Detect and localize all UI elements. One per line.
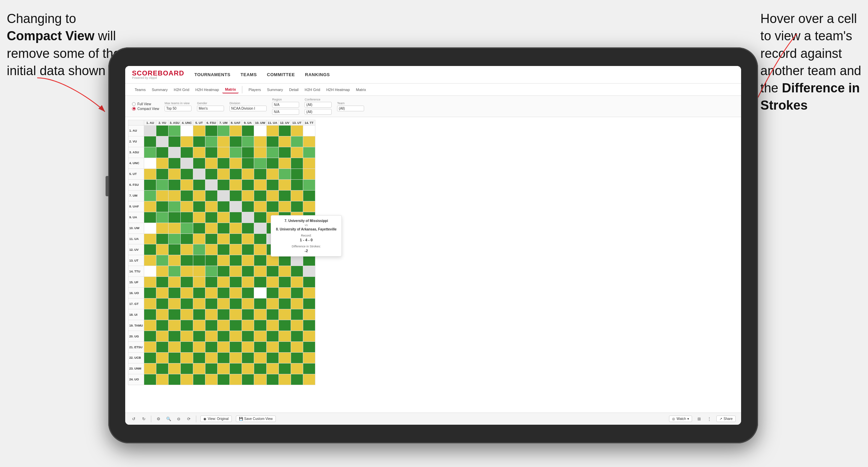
matrix-cell[interactable]	[181, 374, 193, 385]
matrix-cell[interactable]	[291, 136, 303, 147]
matrix-cell[interactable]	[217, 158, 229, 169]
matrix-cell[interactable]	[144, 255, 156, 266]
matrix-cell[interactable]	[169, 179, 181, 190]
matrix-cell[interactable]	[169, 266, 181, 277]
matrix-cell[interactable]	[169, 342, 181, 353]
matrix-cell[interactable]	[156, 169, 169, 179]
matrix-cell[interactable]	[193, 353, 205, 363]
matrix-cell[interactable]	[279, 169, 291, 179]
matrix-cell[interactable]	[156, 288, 169, 298]
matrix-cell[interactable]	[169, 147, 181, 158]
matrix-cell[interactable]	[205, 147, 217, 158]
matrix-cell[interactable]	[169, 331, 181, 342]
matrix-cell[interactable]	[193, 309, 205, 320]
matrix-cell[interactable]	[229, 234, 242, 244]
matrix-cell[interactable]	[144, 169, 156, 179]
matrix-cell[interactable]	[144, 223, 156, 234]
matrix-cell[interactable]	[229, 244, 242, 255]
matrix-cell[interactable]	[291, 201, 303, 212]
matrix-cell[interactable]	[193, 158, 205, 169]
matrix-cell[interactable]	[291, 298, 303, 309]
matrix-cell[interactable]	[266, 147, 279, 158]
matrix-cell[interactable]	[279, 147, 291, 158]
nav-rankings[interactable]: RANKINGS	[305, 70, 330, 79]
matrix-cell[interactable]	[193, 298, 205, 309]
matrix-cell[interactable]	[242, 374, 254, 385]
matrix-cell[interactable]	[144, 126, 156, 136]
subnav-teams[interactable]: Teams	[132, 86, 148, 93]
matrix-cell[interactable]	[217, 363, 229, 374]
matrix-cell[interactable]	[229, 363, 242, 374]
matrix-cell[interactable]	[254, 309, 266, 320]
matrix-cell[interactable]	[254, 363, 266, 374]
matrix-cell[interactable]	[205, 320, 217, 331]
matrix-cell[interactable]	[229, 212, 242, 223]
matrix-cell[interactable]	[242, 201, 254, 212]
nav-teams[interactable]: TEAMS	[241, 70, 257, 79]
matrix-cell[interactable]	[229, 331, 242, 342]
matrix-cell[interactable]	[254, 266, 266, 277]
matrix-cell[interactable]	[144, 374, 156, 385]
matrix-cell[interactable]	[217, 179, 229, 190]
more-icon[interactable]: ⋮	[706, 416, 712, 422]
save-custom-btn[interactable]: 💾 Save Custom View	[236, 416, 276, 422]
matrix-cell[interactable]	[144, 298, 156, 309]
matrix-cell[interactable]	[229, 266, 242, 277]
matrix-cell[interactable]	[229, 374, 242, 385]
matrix-cell[interactable]	[169, 234, 181, 244]
matrix-cell[interactable]	[229, 353, 242, 363]
matrix-cell[interactable]	[169, 353, 181, 363]
matrix-cell[interactable]	[205, 126, 217, 136]
matrix-cell[interactable]	[242, 179, 254, 190]
matrix-cell[interactable]	[242, 288, 254, 298]
matrix-cell[interactable]	[303, 374, 315, 385]
matrix-cell[interactable]	[303, 331, 315, 342]
region-select[interactable]: N/A	[272, 102, 299, 108]
matrix-cell[interactable]	[156, 277, 169, 288]
matrix-cell[interactable]	[254, 320, 266, 331]
matrix-cell[interactable]	[291, 331, 303, 342]
matrix-cell[interactable]	[144, 320, 156, 331]
subnav-detail[interactable]: Detail	[286, 86, 301, 93]
matrix-cell[interactable]	[169, 288, 181, 298]
matrix-cell[interactable]	[217, 234, 229, 244]
matrix-cell[interactable]	[279, 342, 291, 353]
redo-icon[interactable]: ↻	[141, 416, 147, 422]
matrix-cell[interactable]	[217, 266, 229, 277]
matrix-cell[interactable]	[291, 147, 303, 158]
matrix-cell[interactable]	[303, 266, 315, 277]
matrix-cell[interactable]	[279, 277, 291, 288]
matrix-cell[interactable]	[217, 169, 229, 179]
matrix-cell[interactable]	[205, 309, 217, 320]
matrix-cell[interactable]	[193, 169, 205, 179]
matrix-cell[interactable]	[193, 331, 205, 342]
matrix-cell[interactable]	[254, 190, 266, 201]
matrix-cell[interactable]	[254, 169, 266, 179]
matrix-cell[interactable]	[279, 266, 291, 277]
matrix-cell[interactable]	[229, 179, 242, 190]
matrix-cell[interactable]	[205, 266, 217, 277]
matrix-cell[interactable]	[205, 190, 217, 201]
matrix-cell[interactable]	[205, 288, 217, 298]
matrix-cell[interactable]	[169, 309, 181, 320]
matrix-cell[interactable]	[205, 244, 217, 255]
nav-tournaments[interactable]: TOURNAMENTS	[194, 70, 230, 79]
matrix-cell[interactable]	[181, 126, 193, 136]
matrix-cell[interactable]	[217, 136, 229, 147]
matrix-cell[interactable]	[303, 288, 315, 298]
matrix-cell[interactable]	[193, 234, 205, 244]
matrix-cell[interactable]	[279, 201, 291, 212]
matrix-cell[interactable]	[291, 190, 303, 201]
matrix-cell[interactable]	[156, 374, 169, 385]
matrix-cell[interactable]	[217, 147, 229, 158]
matrix-cell[interactable]	[266, 136, 279, 147]
matrix-cell[interactable]	[266, 374, 279, 385]
matrix-cell[interactable]	[205, 363, 217, 374]
matrix-cell[interactable]	[181, 201, 193, 212]
matrix-cell[interactable]	[303, 309, 315, 320]
matrix-cell[interactable]	[156, 255, 169, 266]
refresh-icon[interactable]: ⟳	[186, 416, 192, 422]
matrix-cell[interactable]	[279, 320, 291, 331]
matrix-cell[interactable]	[254, 288, 266, 298]
matrix-cell[interactable]	[181, 298, 193, 309]
